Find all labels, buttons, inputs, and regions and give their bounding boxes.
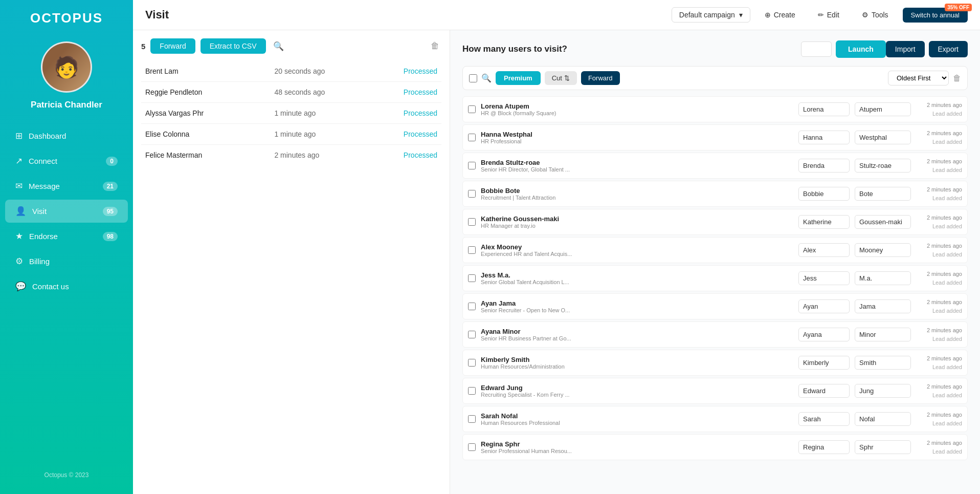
contact-icon: 💬 [15,281,26,292]
lead-last-name-input[interactable] [855,243,911,257]
lead-row: Kimberly Smith Human Resources/Administr… [462,350,968,376]
extract-csv-button[interactable]: Extract to CSV [201,38,266,54]
lead-first-name-input[interactable] [798,102,850,116]
lead-last-name-input[interactable] [855,412,911,426]
lead-checkbox[interactable] [468,105,476,113]
sidebar-item-billing[interactable]: ⚙ Billing [5,250,128,273]
search-list-button[interactable]: 🔍 [481,73,492,83]
import-button[interactable]: Import [886,41,925,57]
sidebar-item-dashboard[interactable]: ⊞ Dashboard [5,124,128,147]
lead-time: 2 minutes ago Lead added [916,185,962,202]
lead-last-name-input[interactable] [855,159,911,173]
lead-checkbox[interactable] [468,246,476,254]
visit-count-input[interactable] [801,41,832,57]
visit-name: Felice Masterman [145,151,274,159]
lead-checkbox[interactable] [468,415,476,423]
left-panel: 5 Forward Extract to CSV 🔍 🗑 Brent Lam 2… [133,30,450,494]
user-name: Patricia Chandler [31,100,102,110]
lead-time: 2 minutes ago Lead added [916,129,962,146]
premium-button[interactable]: Premium [496,71,541,85]
select-all-checkbox[interactable] [469,74,477,82]
sort-select[interactable]: Oldest FirstNewest First [888,71,949,85]
lead-first-name-input[interactable] [798,384,850,398]
lead-checkbox[interactable] [468,134,476,141]
create-button[interactable]: ⊕ Create [756,7,804,23]
lead-checkbox[interactable] [468,190,476,198]
lead-subtitle: Recruiting Specialist - Korn Ferry ... [481,392,793,398]
lead-subtitle: HR @ Block (formally Square) [481,110,793,116]
forward-button[interactable]: Forward [150,38,195,54]
lead-first-name-input[interactable] [798,412,850,426]
sidebar-item-endorse[interactable]: ★ Endorse 98 [5,225,128,248]
lead-row: Ayan Jama Senior Recruiter - Open to New… [462,293,968,319]
lead-row: Bobbie Bote Recruitment | Talent Attract… [462,181,968,207]
lead-subtitle: Human Resources/Administration [481,363,793,370]
lead-checkbox[interactable] [468,331,476,338]
lead-row: Lorena Atupem HR @ Block (formally Squar… [462,96,968,122]
lead-last-name-input[interactable] [855,187,911,201]
sidebar-item-visit[interactable]: 👤 Visit 95 [5,200,128,223]
lead-first-name-input[interactable] [798,159,850,173]
delete-button[interactable]: 🗑 [429,39,441,53]
sidebar-nav: ⊞ Dashboard ↗ Connect 0 ✉ Message 21 👤 V… [0,124,133,300]
lead-checkbox[interactable] [468,303,476,310]
nav-badge: 0 [106,157,118,166]
lead-checkbox[interactable] [468,387,476,395]
lead-name: Ayana Minor [481,328,793,335]
edit-button[interactable]: ✏ Edit [810,7,848,23]
lead-first-name-input[interactable] [798,271,850,285]
message-icon: ✉ [15,181,23,191]
visit-row: Alyssa Vargas Phr 1 minute ago Processed [141,103,441,124]
sidebar-item-label: Endorse [29,232,58,241]
lead-row: Ayana Minor Senior HR Business Partner a… [462,321,968,348]
lead-list: Lorena Atupem HR @ Block (formally Squar… [462,96,968,461]
lead-last-name-input[interactable] [855,440,911,454]
export-button[interactable]: Export [929,41,968,57]
switch-annual-button[interactable]: Switch to annual 35% OFF [903,8,968,23]
sidebar-item-contact[interactable]: 💬 Contact us [5,275,128,298]
lead-checkbox[interactable] [468,359,476,367]
lead-checkbox[interactable] [468,218,476,226]
lead-first-name-input[interactable] [798,299,850,313]
lead-checkbox[interactable] [468,443,476,451]
launch-button[interactable]: Launch [836,40,886,58]
edit-icon: ✏ [818,11,824,19]
cut-button[interactable]: Cut ⇅ [545,71,577,85]
visit-time: 48 seconds ago [274,88,403,96]
lead-last-name-input[interactable] [855,356,911,370]
sidebar-item-message[interactable]: ✉ Message 21 [5,175,128,198]
lead-last-name-input[interactable] [855,384,911,398]
sidebar: OCTOPUS 🧑 Patricia Chandler ⊞ Dashboard … [0,0,133,494]
panel-toolbar: 5 Forward Extract to CSV 🔍 🗑 [141,38,441,54]
nav-badge: 21 [103,182,118,191]
lead-first-name-input[interactable] [798,131,850,144]
tools-button[interactable]: ⚙ Tools [854,7,897,23]
import-export-actions: Import Export [886,41,968,57]
sidebar-item-connect[interactable]: ↗ Connect 0 [5,149,128,173]
lead-subtitle: Experienced HR and Talent Acquis... [481,251,793,257]
lead-last-name-input[interactable] [855,215,911,229]
sidebar-item-label: Visit [32,207,47,216]
lead-subtitle: Senior HR Director, Global Talent ... [481,166,793,173]
lead-row: Sarah Nofal Human Resources Professional… [462,406,968,432]
campaign-selector[interactable]: Default campaign ▾ [672,7,750,23]
lead-first-name-input[interactable] [798,356,850,370]
lead-last-name-input[interactable] [855,102,911,116]
header: Visit Default campaign ▾ ⊕ Create ✏ Edit… [133,0,980,30]
lead-first-name-input[interactable] [798,440,850,454]
search-button[interactable]: 🔍 [271,39,286,54]
lead-first-name-input[interactable] [798,328,850,341]
lead-name: Regina Sphr [481,440,793,448]
list-delete-button[interactable]: 🗑 [953,74,961,83]
lead-last-name-input[interactable] [855,299,911,313]
lead-first-name-input[interactable] [798,243,850,257]
lead-first-name-input[interactable] [798,215,850,229]
lead-last-name-input[interactable] [855,328,911,341]
lead-last-name-input[interactable] [855,271,911,285]
lead-first-name-input[interactable] [798,187,850,201]
lead-checkbox[interactable] [468,162,476,169]
lead-last-name-input[interactable] [855,131,911,144]
lead-checkbox[interactable] [468,274,476,282]
forward-list-button[interactable]: Forward [581,71,620,85]
visit-status: Processed [404,151,437,159]
